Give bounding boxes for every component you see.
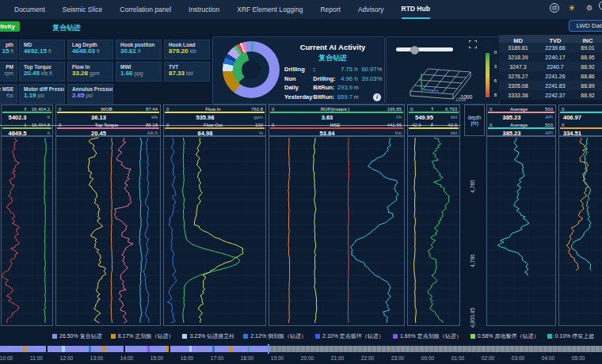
table-row[interactable]: 3276.272241.2688.861 [499, 71, 602, 81]
timeline-time: 10:00 [0, 355, 20, 361]
timeline-time: 04:00 [535, 355, 562, 361]
legend-item[interactable]: 1.69% 定点划眼（钻进） [393, 332, 462, 340]
legend-item[interactable]: 2.10% 定点循环（钻进） [315, 332, 384, 340]
upper-lower-gamma-track-header: 0Upper gamma (n406.970Lower gamma (334.5… [558, 104, 602, 136]
nav-item-xrf-element-logging[interactable]: XRF Element Logging [237, 1, 303, 18]
timeline-segment [26, 346, 46, 352]
legend-swatch [111, 334, 116, 339]
timeline-time: 20:00 [294, 355, 321, 361]
legend-item[interactable]: 8.17% 正划眼（钻进） [111, 332, 174, 340]
ai-stat-cell: h [352, 66, 360, 74]
nav-icons: @ ☀ ⚙ [550, 3, 594, 13]
track-body[interactable] [559, 137, 602, 326]
card-label: TVT [169, 64, 209, 70]
activity-donut-chart[interactable] [223, 41, 280, 98]
card-label: Hook Load [169, 42, 209, 47]
card-value: 20.45klb.ft [24, 70, 64, 77]
gear-icon[interactable]: ⚙ [585, 3, 594, 13]
sensor-card-partial: pth15ft [0, 40, 17, 59]
card-value: 1.66ppg [120, 70, 161, 77]
timeline-time: 16:00 [173, 355, 200, 361]
timeline-segment [48, 346, 62, 352]
timeline-time: 01:00 [444, 355, 471, 361]
table-row[interactable]: 3189.812239.6689.011 [499, 43, 602, 52]
ai-stat-cell: % [376, 66, 383, 74]
table-row[interactable]: 3305.082241.8388.891 [499, 81, 602, 90]
timeline-time: 19:00 [264, 355, 291, 361]
scale-max: API [534, 131, 553, 135]
nav-item-rtd-hub[interactable]: RTD Hub [402, 0, 430, 19]
timeline-time: 02:00 [474, 355, 501, 361]
nav-item-seismic-slice[interactable]: Seismic Slice [63, 1, 103, 18]
flow-track-header: 0Flow In760.8535.98gpm0Flow Out10064.98% [163, 104, 266, 136]
trajectory-3d-panel: 0368 -1000 1008 [386, 36, 500, 104]
timeline-segment [106, 346, 124, 352]
timeline-time: 05:00 [565, 355, 592, 361]
nav-item-report[interactable]: Report [320, 1, 341, 18]
legend-item[interactable]: 0.58% 原地暂停（钻进） [471, 332, 539, 340]
timeline-time: 21:00 [324, 355, 351, 361]
scale-max: klb [139, 115, 158, 119]
nav-item-instruction[interactable]: Instruction [189, 1, 219, 18]
depth-tick-label: 4,780 [470, 245, 475, 277]
nav-item-advisory[interactable]: Advisory [358, 1, 384, 18]
activity-timeline-bar[interactable] [0, 346, 602, 352]
legend-item[interactable]: 0.10% 停泵上提 [547, 332, 594, 340]
fullscreen-icon[interactable] [469, 40, 477, 48]
avg-gamma-track-header: 0Average gamma (near)500385.23API0Averag… [486, 104, 556, 136]
ai-stat-cell: 60.97 [360, 66, 376, 74]
sensor-card-motor-diff-pressure: Motor diff Pressure1.19psi [19, 84, 65, 104]
table-row[interactable]: 3218.392240.1788.951 [499, 52, 602, 62]
depth-tick-label: 4,760 [470, 171, 475, 203]
timeline-time: 13:00 [83, 355, 110, 361]
lwd-data-button[interactable]: LWD Data [569, 20, 602, 32]
legend-item[interactable]: 26.50% 复合钻进 [52, 332, 102, 340]
track-body[interactable] [164, 137, 266, 326]
survey-cell: 2240.17 [537, 55, 573, 60]
card-unit: klb.ft [41, 70, 52, 76]
legend-text: 2.12% 倒划眼（钻进） [250, 332, 307, 340]
legend-item[interactable]: 2.12% 倒划眼（钻进） [243, 332, 307, 340]
legend-swatch [471, 334, 475, 339]
ai-stat-row: DailyBitRun:293.9m [284, 84, 383, 92]
card-value: 30.61ft [120, 47, 161, 55]
activity-donut-inner-ring [233, 51, 269, 88]
avg-gamma-track-row: 0Average gamma (near)500 [487, 105, 555, 113]
table-row[interactable]: 3333.382242.3788.922 [499, 90, 602, 100]
upper-lower-gamma-track-row: 0Upper gamma (n [559, 105, 602, 113]
ai-stat-cell: 39.03 [360, 75, 376, 83]
at-icon[interactable]: @ [550, 3, 559, 13]
ai-stat-cell [360, 84, 376, 92]
card-unit: ft [10, 48, 13, 54]
sun-icon[interactable]: ☀ [567, 3, 577, 13]
view-slider[interactable] [396, 47, 453, 51]
nav-item-correlation-panel[interactable]: Correlation panel [120, 1, 171, 18]
track-body[interactable] [487, 137, 556, 326]
activity-legend: 26.50% 复合钻进8.17% 正划眼（钻进）3.23% 钻进接立柱2.12%… [52, 332, 602, 341]
legend-text: 3.23% 钻进接立柱 [189, 332, 234, 340]
colorbar-tick: 3 [494, 64, 497, 69]
legend-swatch [243, 334, 248, 339]
timeline-time: 00:00 [414, 355, 441, 361]
survey-cell: 2240.7 [537, 64, 573, 70]
legend-text: 0.10% 停泵上提 [554, 332, 594, 340]
ai-activity-badge[interactable]: AI Activity [0, 21, 20, 32]
ai-stat-cell: 4.96 [336, 75, 352, 83]
sensor-card-lag-depth: Lag Depth4649.03ft [67, 40, 113, 59]
slider-handle[interactable] [410, 46, 419, 55]
user-icon[interactable] [599, 1, 602, 10]
legend-item[interactable]: 3.23% 钻进接立柱 [182, 332, 234, 340]
log-plot-area[interactable] [0, 136, 602, 328]
card-value: 4692.15ft [24, 47, 64, 55]
track-body[interactable] [56, 137, 161, 326]
tvt-track-row: 549.95bbl [408, 113, 459, 121]
scale-min: 5402.3 [4, 114, 31, 121]
timeline-time: 23:00 [384, 355, 411, 361]
scale-max: API [534, 115, 553, 119]
timeline-cursor[interactable] [268, 344, 269, 354]
info-icon[interactable]: i [373, 93, 381, 101]
nav-item-document[interactable]: Document [14, 1, 45, 18]
card-unit: psi [86, 93, 93, 98]
table-row[interactable]: 3247.32240.788.921 [499, 62, 602, 71]
colorbar-tick: 0 [494, 50, 497, 55]
